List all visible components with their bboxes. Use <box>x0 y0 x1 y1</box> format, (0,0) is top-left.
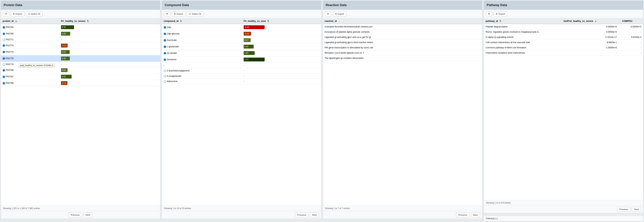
protein-col-fc[interactable]: FC_healthy_vs_severe ⇅ <box>59 18 160 24</box>
compound-table: compound_id ⇅ FC_healthy_vs_seve ⇅ Gdp-2… <box>162 18 321 84</box>
table-row[interactable]: Liganded gi-activating gpcrs bind inacti… <box>323 40 482 45</box>
protein-col-id[interactable]: protein_id ▲ <box>1 18 59 24</box>
reaction-export-btn[interactable]: ⬆ Export <box>333 11 346 16</box>
tooltip: padj_healthy_vs_severe: 9.0106e-3 <box>18 63 55 67</box>
pathway-export-btn[interactable]: ⬆ Export <box>494 11 508 16</box>
sort-none-icon: ⇅ <box>500 20 501 22</box>
pathway-table: pathway_id ⇅ UniProt_healthy_vs_severe ▲… <box>484 18 643 55</box>
table-row[interactable]: Runx1 regulates genes involved in megaka… <box>484 29 643 34</box>
pathway-prev-btn[interactable]: Previous <box>617 207 630 212</box>
protein-select-all-btn[interactable]: ☑ Select All <box>26 11 42 16</box>
table-row[interactable]: -- <box>162 63 321 68</box>
table-row[interactable]: L-glutamate0.45 <box>162 43 321 50</box>
table-row[interactable]: P027860.14 <box>1 67 160 73</box>
pathway-next-btn[interactable]: Next <box>632 207 641 212</box>
export-icon: ⬆ <box>496 12 498 15</box>
table-row[interactable]: Chemokine receptors bind chemokines-- <box>484 50 643 55</box>
sort-asc-icon: ▲ <box>15 20 17 22</box>
table-row[interactable]: P02774-0.13 <box>1 42 160 49</box>
protein-footer: Showing 1,251 to 1,260 of 7,882 entries <box>1 206 160 211</box>
table-row[interactable]: Gdp-2.42 <box>162 24 321 30</box>
reaction-prev-btn[interactable]: Previous <box>456 213 470 217</box>
pathway-bottom-label: Pathway (-) <box>484 216 643 221</box>
compound-select-all-btn[interactable]: ☑ Select All <box>187 11 203 16</box>
pathway-col-compound[interactable]: COMPOU <box>620 18 643 24</box>
protein-prev-btn[interactable]: Previous <box>68 213 82 217</box>
protein-export-btn[interactable]: ⬆ Export <box>11 11 24 16</box>
pathway-toolbar: ▼ ⬆ Export <box>484 9 643 18</box>
table-row[interactable]: P02771- <box>1 37 160 42</box>
protein-dropdown-btn[interactable]: ▼ <box>3 11 9 16</box>
protein-pagination: Previous Next <box>1 211 160 219</box>
protein-table: protein_id ▲ FC_healthy_vs_severe ⇅ P027… <box>1 18 160 86</box>
export-icon: ⬆ <box>335 12 337 15</box>
table-row[interactable]: Adenosine- <box>162 79 321 84</box>
compound-prev-btn[interactable]: Previous <box>295 213 308 217</box>
table-row[interactable]: P027750.33 <box>1 49 160 55</box>
table-row[interactable]: (s)-lactate0.56 <box>162 50 321 56</box>
table-row[interactable]: P027680.39 <box>1 30 160 37</box>
reaction-toolbar: ▼ ⬆ Export <box>323 9 482 18</box>
pathway-pagination: Previous Next <box>484 206 643 213</box>
table-row[interactable]: The ligand:gpcr:gi complex dissociates <box>323 55 482 61</box>
compound-col-id[interactable]: compound_id ⇅ <box>162 18 242 24</box>
table-row[interactable]: G alpha (i) signalling events2.1614e-179… <box>484 34 643 40</box>
pathway-dropdown-btn[interactable]: ▼ <box>486 11 492 16</box>
reaction-footer: Showing 1 to 7 of 7 entries <box>323 206 482 211</box>
protein-panel-title: Protein Data <box>1 1 160 9</box>
protein-table-container: protein_id ▲ FC_healthy_vs_severe ⇅ P027… <box>1 18 160 206</box>
reaction-table: reaction_id Activated thrombin:thrombomo… <box>323 18 482 61</box>
table-row[interactable]: P02788-0.11 <box>1 80 160 86</box>
protein-next-btn[interactable]: Next <box>83 213 92 217</box>
reaction-panel: Reaction Data ▼ ⬆ Export reaction_id Act… <box>323 1 482 221</box>
table-row[interactable]: 2-oxoglutarate- <box>162 73 321 79</box>
table-row[interactable]: Receptor cxcr2 binds ligands cxcl1 to 7 <box>323 50 482 55</box>
export-icon: ⬆ <box>174 12 176 15</box>
table-row[interactable]: Udp-glucose-0.20 <box>162 30 321 37</box>
compound-dropdown-btn[interactable]: ▼ <box>164 11 170 16</box>
reaction-col-id[interactable]: reaction_id <box>323 18 482 24</box>
pathway-table-container: pathway_id ⇅ UniProt_healthy_vs_severe ▲… <box>484 18 643 200</box>
compound-panel-title: Compound Data <box>162 1 321 9</box>
table-row[interactable]: Succinate0.17 <box>162 37 321 43</box>
table-row[interactable]: Activated thrombin:thrombomodulin cleave… <box>323 24 482 29</box>
compound-next-btn[interactable]: Next <box>310 213 319 217</box>
table-row[interactable]: P027660.75 <box>1 24 160 30</box>
sort-none-icon: ⇅ <box>180 20 182 22</box>
reaction-table-container: reaction_id Activated thrombin:thrombomo… <box>323 18 482 206</box>
compound-export-btn[interactable]: ⬆ Export <box>172 11 186 16</box>
checkbox-icon: ☑ <box>189 12 191 15</box>
export-icon: ⬆ <box>13 12 15 15</box>
table-row[interactable]: Liganded gi-activating gpcr acts as a ge… <box>323 34 482 40</box>
table-row[interactable]: Serotonin1.72 <box>162 56 321 63</box>
reaction-scrollbar[interactable] <box>323 219 482 221</box>
table-row[interactable]: Cell surface interactions at the vascula… <box>484 40 643 45</box>
table-row[interactable]: 2-arachidonoylglycerol- <box>162 68 321 73</box>
reaction-dropdown-btn[interactable]: ▼ <box>325 11 331 16</box>
table-row[interactable]: Common pathway of fibrin clot formation1… <box>484 45 643 50</box>
pathway-panel-title: Pathway Data <box>484 1 643 9</box>
compound-pagination: Previous Next <box>162 211 321 219</box>
sort-none-icon: ⇅ <box>267 20 269 22</box>
compound-scrollbar[interactable] <box>162 219 321 221</box>
main-container: Protein Data ▼ ⬆ Export ☑ Select All pro… <box>0 0 644 222</box>
pathway-col-uniprot[interactable]: UniProt_healthy_vs_severe ▲ <box>562 18 620 24</box>
pathway-footer: Showing 1 to 6 of 6 entries <box>484 200 643 206</box>
pathway-scrollbar[interactable] <box>484 213 643 216</box>
table-row[interactable]: Pf4 gene transcription is stimulated by … <box>323 45 482 50</box>
table-row[interactable]: P027870.51 <box>1 73 160 80</box>
protein-scrollbar[interactable] <box>1 219 160 221</box>
pathway-col-id[interactable]: pathway_id ⇅ <box>484 18 562 24</box>
table-row[interactable]: Exocytosis of platelet alpha granule con… <box>323 29 482 34</box>
compound-col-fc[interactable]: FC_healthy_vs_seve ⇅ <box>242 18 321 24</box>
sort-none-icon: ⇅ <box>87 20 89 22</box>
table-row[interactable]: Platelet degranulation0.0000e+00.0000e+0 <box>484 24 643 29</box>
sort-asc-icon: ▲ <box>594 20 597 22</box>
reaction-pagination: Previous Next <box>323 211 482 219</box>
reaction-next-btn[interactable]: Next <box>471 213 480 217</box>
table-row[interactable]: P027760.35 <box>1 55 160 62</box>
pathway-panel: Pathway Data ▼ ⬆ Export pathway_id ⇅ Uni… <box>484 1 643 221</box>
compound-table-container: compound_id ⇅ FC_healthy_vs_seve ⇅ Gdp-2… <box>162 18 321 206</box>
compound-panel: Compound Data ▼ ⬆ Export ☑ Select All co… <box>162 1 322 221</box>
reaction-panel-title: Reaction Data <box>323 1 482 9</box>
